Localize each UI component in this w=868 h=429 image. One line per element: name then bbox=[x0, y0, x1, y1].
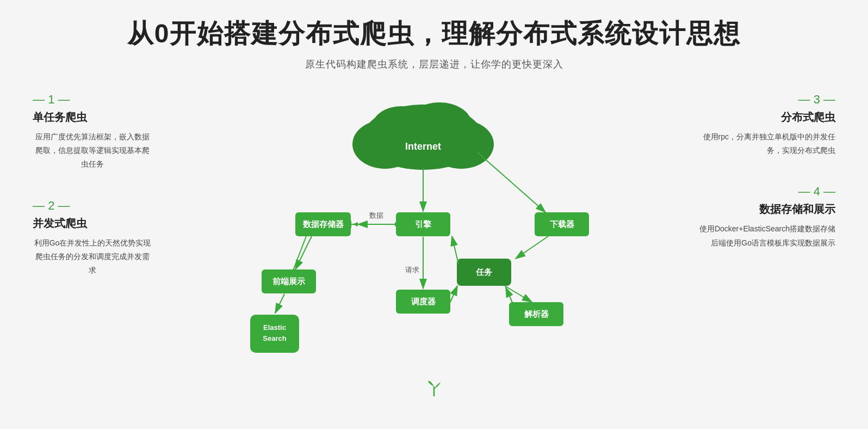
arrow-downloader-task bbox=[516, 236, 548, 259]
task-label: 任务 bbox=[475, 267, 493, 277]
downloader-node: 下载器 bbox=[535, 212, 589, 236]
arrow-storage-frontend bbox=[295, 236, 312, 269]
section-3-block: 3 分布式爬虫 使用rpc，分离并独立单机版中的并发任务，实现分布式爬虫 bbox=[694, 93, 835, 157]
storage-node: 数据存储器 bbox=[295, 212, 351, 236]
internet-cloud: Internet bbox=[352, 102, 494, 170]
section-1-title: 单任务爬虫 bbox=[33, 110, 152, 125]
right-panel: 3 分布式爬虫 使用rpc，分离并独立单机版中的并发任务，实现分布式爬虫 4 数… bbox=[694, 93, 835, 277]
page-container: 从0开始搭建分布式爬虫，理解分布式系统设计思想 原生代码构建爬虫系统，层层递进，… bbox=[0, 0, 868, 429]
main-title: 从0开始搭建分布式爬虫，理解分布式系统设计思想 bbox=[0, 16, 868, 51]
section-2-title: 并发式爬虫 bbox=[33, 216, 152, 231]
section-3-number: 3 bbox=[694, 93, 835, 107]
frontend-node: 前端展示 bbox=[262, 269, 316, 293]
section-2-number: 2 bbox=[33, 199, 152, 213]
parser-node: 解析器 bbox=[509, 302, 563, 326]
section-1-desc: 应用广度优先算法框架，嵌入数据爬取，信息提取等逻辑实现基本爬虫任务 bbox=[33, 130, 152, 171]
section-4-desc: 使用Docker+ElasticSearch搭建数据存储后端使用Go语言模板库实… bbox=[694, 222, 835, 249]
svg-rect-12 bbox=[250, 315, 299, 353]
section-2-desc: 利用Go在并发性上的天然优势实现爬虫任务的分发和调度完成并发需求 bbox=[33, 236, 152, 278]
bottom-icon bbox=[0, 381, 868, 401]
section-3-desc: 使用rpc，分离并独立单机版中的并发任务，实现分布式爬虫 bbox=[694, 130, 835, 157]
request-label: 请求 bbox=[405, 266, 419, 274]
parser-label: 解析器 bbox=[524, 309, 549, 318]
task-node: 任务 bbox=[457, 259, 511, 286]
section-1-number: 1 bbox=[33, 93, 152, 107]
arrow-internet-downloader bbox=[478, 152, 545, 212]
section-4-number: 4 bbox=[694, 185, 835, 199]
arrow-frontend-elastic bbox=[275, 294, 284, 313]
downloader-label: 下载器 bbox=[550, 219, 575, 229]
subtitle: 原生代码构建爬虫系统，层层递进，让你学的更快更深入 bbox=[0, 58, 868, 71]
section-4-block: 4 数据存储和展示 使用Docker+ElasticSearch搭建数据存储后端… bbox=[694, 185, 835, 249]
left-panel: 1 单任务爬虫 应用广度优先算法框架，嵌入数据爬取，信息提取等逻辑实现基本爬虫任… bbox=[33, 93, 152, 304]
frontend-label: 前端展示 bbox=[272, 277, 306, 286]
engine-node: 引擎 bbox=[396, 212, 450, 236]
section-1-block: 1 单任务爬虫 应用广度优先算法框架，嵌入数据爬取，信息提取等逻辑实现基本爬虫任… bbox=[33, 93, 152, 171]
internet-label: Internet bbox=[405, 141, 441, 152]
section-2-block: 2 并发式爬虫 利用Go在并发性上的天然优势实现爬虫任务的分发和调度完成并发需求 bbox=[33, 199, 152, 278]
scheduler-label: 调度器 bbox=[411, 297, 436, 306]
arrow-scheduler-task bbox=[450, 286, 457, 302]
arrow-left-head bbox=[352, 222, 358, 226]
elastic-label-2: Search bbox=[263, 334, 286, 342]
sprout-icon bbox=[423, 381, 445, 397]
architecture-diagram: Internet 引擎 数据 bbox=[211, 93, 635, 376]
center-diagram: Internet 引擎 数据 bbox=[152, 93, 694, 376]
content-area: 1 单任务爬虫 应用广度优先算法框架，嵌入数据爬取，信息提取等逻辑实现基本爬虫任… bbox=[0, 93, 868, 376]
section-3-title: 分布式爬虫 bbox=[694, 110, 835, 125]
section-4-title: 数据存储和展示 bbox=[694, 202, 835, 217]
engine-label: 引擎 bbox=[415, 219, 432, 229]
storage-label: 数据存储器 bbox=[302, 219, 344, 229]
arrow-task-engine bbox=[452, 236, 458, 264]
elastic-label-1: Elastic bbox=[263, 323, 286, 332]
scheduler-node: 调度器 bbox=[396, 290, 450, 314]
elastic-node: Elastic Search bbox=[250, 315, 299, 353]
header: 从0开始搭建分布式爬虫，理解分布式系统设计思想 原生代码构建爬虫系统，层层递进，… bbox=[0, 16, 868, 71]
data-label: 数据 bbox=[369, 211, 383, 219]
